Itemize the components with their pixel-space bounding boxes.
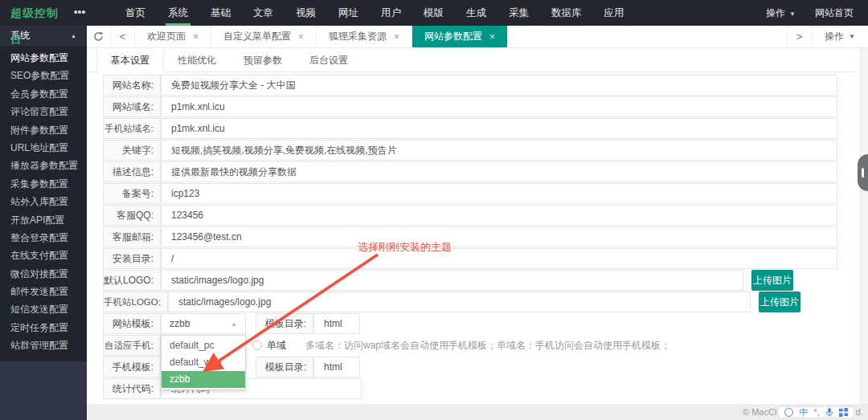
field-label: 自适应手机: [103, 335, 161, 356]
keyboard-grid-icon[interactable] [839, 408, 848, 417]
topbar-menu-item[interactable]: 首页 [114, 0, 157, 26]
default-logo-input[interactable] [161, 270, 743, 291]
topbar-menu-item[interactable]: 视频 [285, 0, 327, 26]
annotation-text: 选择刚刚安装的主题 [358, 240, 452, 255]
keywords-input[interactable] [161, 140, 837, 161]
field-label: 客服邮箱: [103, 226, 161, 247]
drawer-handle[interactable] [858, 154, 868, 191]
install-dir-input[interactable] [161, 248, 837, 269]
topbar-menu-item[interactable]: 生成 [455, 0, 497, 26]
topbar-menu-item[interactable]: 系统 [157, 0, 199, 26]
open-tab[interactable]: 狐狸采集资源 × [317, 26, 412, 47]
field-label: 关键字: [103, 140, 161, 161]
field-label: 网站模板: [103, 313, 161, 334]
settings-tab[interactable]: 性能优化 [164, 48, 230, 72]
site-template-select[interactable]: zzbb ▲ [161, 313, 246, 334]
close-icon[interactable]: × [298, 32, 304, 42]
description-input[interactable] [161, 161, 837, 182]
topbar-menu-item[interactable]: 应用 [593, 0, 636, 26]
single-domain-radio[interactable]: 单域 [252, 335, 286, 356]
upload-image-button[interactable]: 上传图片 [751, 270, 793, 291]
sidebar-item[interactable]: 站外入库配置 [0, 193, 87, 210]
open-tab[interactable]: 欢迎页面 × [135, 26, 211, 47]
ellipsis-icon[interactable]: ••• [69, 0, 90, 26]
open-tab[interactable]: 自定义菜单配置 × [211, 26, 317, 47]
field-label: 描述信息: [103, 161, 161, 182]
mobile-domain-input[interactable] [161, 118, 837, 139]
settings-tab[interactable]: 后台设置 [296, 48, 362, 72]
sidebar-item[interactable]: 邮件发送配置 [0, 283, 87, 300]
caret-down-icon: ▼ [789, 10, 796, 18]
settings-tab[interactable]: 预留参数 [230, 48, 296, 72]
field-row-mobile-logo: 手机站LOGO: 上传图片 [103, 292, 837, 312]
mobile-logo-input[interactable] [168, 292, 751, 312]
icp-input[interactable] [161, 183, 837, 204]
sidebar-item[interactable]: 网站参数配置 [0, 49, 87, 67]
adaptive-mobile-hint: 多域名：访问wap域名会自动使用手机模板；单域名：手机访问会自动使用手机模板； [305, 335, 670, 356]
tab-actions-dropdown[interactable]: 操作▼ [811, 26, 868, 47]
settings-tab[interactable]: 基本设置 [96, 48, 164, 73]
open-tab[interactable]: 网站参数配置 × [412, 26, 508, 47]
status-suffix-text: d. [856, 407, 863, 417]
sidebar-item[interactable]: 评论留言配置 [0, 103, 87, 120]
chevron-left-icon[interactable]: < [111, 26, 135, 47]
topbar-menu-item[interactable]: 数据库 [540, 0, 593, 26]
topbar-menu-item[interactable]: 网址 [327, 0, 370, 26]
settings-tabs: 基本设置性能优化预留参数后台设置 [87, 48, 860, 72]
vertical-scrollbar[interactable] [860, 26, 868, 404]
sidebar: 系统 ▲ 网站参数配置SEO参数配置会员参数配置评论留言配置附件参数配置URL地… [0, 26, 87, 420]
refresh-icon[interactable] [87, 26, 111, 47]
punctuation-icon[interactable]: °, [813, 408, 819, 417]
sidebar-item[interactable]: 采集参数配置 [0, 175, 87, 193]
sidebar-item[interactable]: 站群管理配置 [0, 336, 87, 354]
field-row-keywords: 关键字: [103, 140, 837, 161]
sidebar-item[interactable]: 在线支付配置 [0, 247, 87, 264]
sidebar-item[interactable]: SEO参数配置 [0, 67, 87, 84]
sidebar-item[interactable]: 整合登录配置 [0, 229, 87, 247]
sidebar-item[interactable]: 微信对接配置 [0, 265, 87, 283]
upload-image-button[interactable]: 上传图片 [759, 292, 800, 312]
service-qq-input[interactable] [161, 205, 837, 226]
sidebar-item[interactable]: 附件参数配置 [0, 121, 87, 139]
tab-strip: < 欢迎页面 × 自定义菜单配置 × 狐狸采集资源 × 网站参数配置 × > 操… [87, 26, 868, 48]
field-row-site-name: 网站名称: [103, 75, 837, 96]
ime-logo-icon[interactable] [784, 408, 793, 417]
chevron-right-icon[interactable]: > [787, 26, 811, 47]
mobile-template-dir-input[interactable] [313, 357, 360, 377]
close-icon[interactable]: × [394, 32, 399, 42]
field-label: 客服QQ: [103, 205, 161, 226]
service-email-input[interactable] [161, 226, 837, 247]
sidebar-item[interactable]: 短信发送配置 [0, 300, 87, 318]
microphone-icon[interactable] [825, 408, 833, 417]
sidebar-item[interactable]: 播放器参数配置 [0, 157, 87, 174]
status-bar: © MacCl 中 °, d. [87, 404, 868, 420]
sidebar-item[interactable]: 会员参数配置 [0, 85, 87, 103]
sidebar-item[interactable]: 开放API配置 [0, 211, 87, 229]
field-row-default-logo: 默认LOGO: 上传图片 [103, 270, 837, 291]
close-icon[interactable]: × [193, 32, 199, 42]
template-dir-input[interactable] [313, 313, 360, 334]
topbar-menu-item[interactable]: 用户 [370, 0, 412, 26]
site-name-input[interactable] [161, 75, 837, 96]
site-home-link[interactable]: 网站首页 [815, 6, 854, 20]
sidebar-item[interactable]: 定时任务配置 [0, 319, 87, 336]
close-icon[interactable]: × [489, 32, 495, 42]
ime-toolbar: 中 °, [779, 407, 853, 418]
topbar-menu-item[interactable]: 文章 [242, 0, 285, 26]
topbar-action-dropdown[interactable]: 操作▼ [766, 6, 796, 20]
site-domain-input[interactable] [161, 96, 837, 117]
sidebar-item[interactable]: URL地址配置 [0, 139, 87, 157]
site-template-dropdown: default_pcdefault_wapzzbb [161, 335, 246, 390]
dropdown-option[interactable]: default_pc [162, 337, 245, 354]
field-label: 备案号: [103, 183, 161, 204]
dropdown-option[interactable]: default_wap [162, 354, 245, 371]
field-label: 安装目录: [103, 248, 161, 269]
topbar-menu-item[interactable]: 模版 [412, 0, 455, 26]
dropdown-option[interactable]: zzbb [162, 371, 245, 388]
topbar-menu-item[interactable]: 基础 [199, 0, 242, 26]
caret-down-icon: ▼ [849, 33, 855, 40]
tab-strip-right: > 操作▼ [787, 26, 868, 47]
topbar-menu-item[interactable]: 采集 [497, 0, 540, 26]
chinese-mode-icon[interactable]: 中 [799, 408, 808, 417]
field-label: 模板目录: [256, 357, 313, 377]
